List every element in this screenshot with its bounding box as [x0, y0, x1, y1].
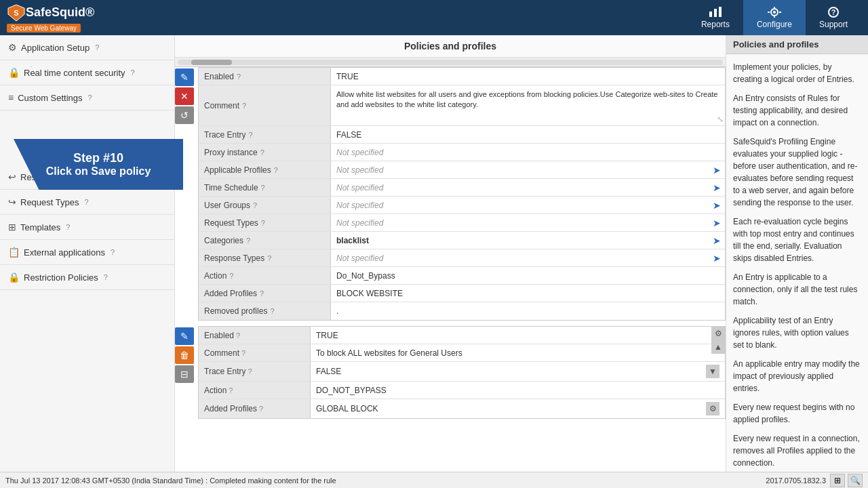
right-panel-para-1: Implement your policies, by creating a l…: [733, 61, 861, 85]
policy1-copy-button[interactable]: ↺: [175, 106, 194, 124]
table-row: Enabled ? TRUE: [199, 327, 725, 344]
scroll-thumb[interactable]: [191, 60, 232, 65]
restriction-help: ?: [104, 273, 108, 281]
nav-right: Reports Configure ? Support: [688, 0, 861, 35]
reports-label: Reports: [701, 20, 730, 29]
policy-section-2: ✎ 🗑 ⊟ ⚙ ▲ Enabled ?: [175, 326, 726, 419]
applicable-profiles-arrow[interactable]: ➤: [713, 165, 721, 176]
policy1-edit-button[interactable]: ✎: [175, 68, 194, 86]
status-icon-table[interactable]: ⊞: [830, 474, 845, 487]
p2-added-profiles-label: Added Profiles ?: [199, 399, 311, 418]
user-groups-arrow[interactable]: ➤: [713, 200, 721, 211]
step-overlay: Step #10 Click on Save policy: [14, 139, 175, 190]
policy2-delete-button[interactable]: 🗑: [175, 346, 194, 364]
req-types-help-icon: ?: [261, 219, 265, 227]
sidebar-item-application-setup[interactable]: ⚙ Application Setup ?: [0, 35, 174, 60]
right-panel-para-4: Each re-evaluation cycle begins with top…: [733, 216, 861, 264]
logo-area: S SafeSquid® Secure Web Gateway: [7, 3, 94, 33]
templates-icon: ⊞: [8, 222, 16, 232]
p2-action-label: Action ?: [199, 382, 311, 399]
policy-container: ▲ ✎ ✕ ↺ Enabled ? TRUE: [175, 67, 726, 472]
time-schedule-arrow[interactable]: ➤: [713, 182, 721, 193]
p2-comment-label: Comment ?: [199, 344, 311, 361]
removed-profiles-label: Removed profiles ?: [199, 302, 331, 320]
p2-comment-value: To block ALL websites for General Users: [311, 344, 725, 361]
configure-icon: [767, 6, 782, 18]
sidebar-item-restriction[interactable]: 🔒 Restriction Policies ?: [0, 265, 174, 290]
configure-button[interactable]: Configure: [743, 0, 806, 35]
sidebar-item-custom-settings[interactable]: ≡ Custom Settings ?: [0, 85, 174, 110]
categories-arrow[interactable]: ➤: [713, 235, 721, 246]
sidebar-item-label: Custom Settings: [18, 93, 82, 103]
comment-label: Comment ?: [199, 85, 331, 125]
table-row: Comment ? To block ALL websites for Gene…: [199, 344, 725, 362]
sidebar-item-realtime[interactable]: 🔒 Real time content security ?: [0, 60, 174, 85]
table-row: Added Profiles ? GLOBAL BLOCK ⚙: [199, 399, 725, 418]
resize-handle[interactable]: ⤡: [717, 115, 724, 124]
svg-rect-2: [709, 12, 712, 17]
application-setup-icon: ⚙: [8, 42, 17, 53]
policy1-delete-button[interactable]: ✕: [175, 87, 194, 105]
content-title: Policies and profiles: [175, 35, 726, 58]
enabled-help-icon: ?: [237, 73, 241, 81]
sidebar-item-templates[interactable]: ⊞ Templates ?: [0, 215, 174, 240]
p2-trace-scroll[interactable]: ▼: [706, 365, 719, 378]
proxy-help-icon: ?: [260, 148, 264, 157]
table-row: Action ? DO_NOT_BYPASS: [199, 382, 725, 399]
response-types-arrow[interactable]: ➤: [713, 253, 721, 264]
sidebar-item-external-apps[interactable]: 📋 External applications ?: [0, 240, 174, 265]
policy2-edit-button[interactable]: ✎: [175, 327, 194, 345]
table-row: User Groups ? Not specified ➤: [199, 197, 725, 214]
external-apps-help: ?: [111, 248, 115, 256]
action-value: Do_Not_Bypass: [331, 267, 725, 284]
policy2-scroll-up[interactable]: ⚙: [711, 327, 725, 340]
applicable-profiles-value: Not specified ➤: [331, 161, 725, 178]
action-label: Action ?: [199, 267, 331, 284]
realtime-help: ?: [131, 68, 135, 77]
sidebar-item-request-types[interactable]: ↪ Request Types ?: [0, 190, 174, 215]
categories-value: blacklist ➤: [331, 232, 725, 249]
comment-help-icon: ?: [242, 102, 246, 110]
request-types-value: Not specified ➤: [331, 214, 725, 231]
logo-text: SafeSquid®: [26, 5, 94, 20]
time-help-icon: ?: [261, 184, 265, 192]
logo-title: S SafeSquid®: [7, 3, 94, 22]
user-groups-value: Not specified ➤: [331, 197, 725, 214]
p2-trace-value: FALSE ▼: [311, 362, 725, 381]
right-panel-para-5: An Entry is applicable to a connection, …: [733, 271, 861, 308]
p2-trace-label: Trace Entry ?: [199, 362, 311, 381]
support-button[interactable]: ? Support: [806, 0, 861, 35]
templates-help: ?: [66, 223, 70, 231]
p2-action-help: ?: [229, 386, 233, 394]
sidebar-item-label: Request Types: [20, 197, 79, 207]
right-panel-para-9: Every new request in a connection, remov…: [733, 432, 861, 469]
time-schedule-label: Time Schedule ?: [199, 179, 331, 196]
applicable-help-icon: ?: [274, 166, 278, 174]
policy2-copy-button[interactable]: ⊟: [175, 365, 194, 383]
p2-action-value: DO_NOT_BYPASS: [311, 382, 725, 399]
removed-profiles-help-icon: ?: [270, 307, 274, 315]
right-panel-para-7: An applicable entry may modify the impac…: [733, 358, 861, 394]
reports-icon: [708, 6, 723, 18]
right-panel-title: Policies and profiles: [726, 35, 868, 54]
p2-enabled-help: ?: [236, 331, 240, 340]
sidebar-item-label: External applications: [24, 247, 105, 258]
reports-button[interactable]: Reports: [688, 0, 743, 35]
status-icon-search[interactable]: 🔍: [848, 474, 863, 487]
p2-comment-help: ?: [241, 349, 245, 357]
table-row: Request Types ? Not specified ➤: [199, 214, 725, 232]
request-types-arrow[interactable]: ➤: [713, 218, 721, 228]
trace-entry-value: FALSE: [331, 126, 725, 143]
version-text: 2017.0705.1832.3: [766, 476, 826, 485]
sidebar-item-label: Restriction Policies: [24, 272, 98, 283]
policy2-scroll-up2[interactable]: ▲: [711, 340, 725, 354]
table-row: Comment ? Allow white list websites for …: [199, 85, 725, 126]
resp-types-help-icon: ?: [267, 254, 271, 262]
p2-enabled-value: TRUE: [311, 327, 725, 344]
applicable-profiles-label: Applicable Profiles ?: [199, 161, 331, 178]
configure-label: Configure: [757, 20, 792, 29]
realtime-icon: 🔒: [8, 67, 20, 78]
p2-added-scroll[interactable]: ⚙: [706, 402, 719, 415]
table-row: Removed profiles ? .: [199, 302, 725, 320]
svg-point-6: [773, 11, 776, 14]
